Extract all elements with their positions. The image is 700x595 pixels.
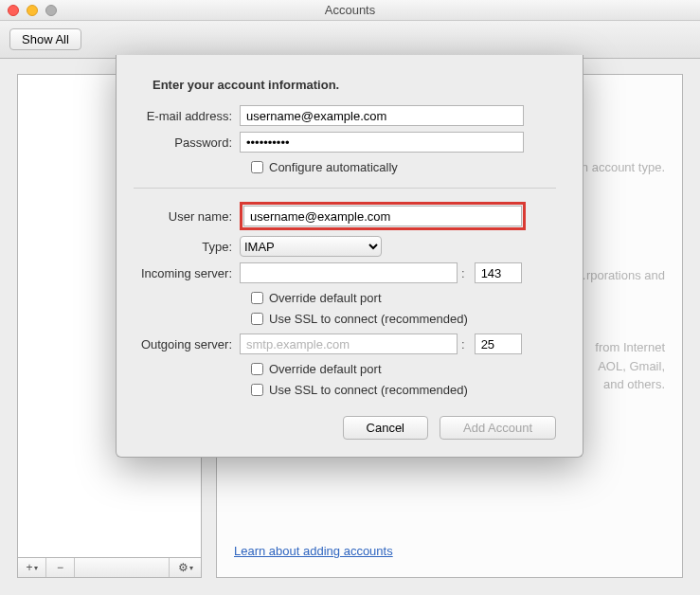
minimize-icon[interactable] xyxy=(27,5,38,16)
remove-account-button[interactable]: − xyxy=(46,558,75,577)
outgoing-override-port-checkbox[interactable] xyxy=(251,363,263,375)
outgoing-ssl-checkbox[interactable] xyxy=(251,384,263,396)
bg-text: from Internet xyxy=(595,338,665,357)
bg-text: AOL, Gmail, xyxy=(595,357,665,376)
username-field[interactable] xyxy=(243,206,522,226)
add-account-button[interactable]: +▾ xyxy=(18,558,46,577)
configure-auto-checkbox[interactable] xyxy=(251,161,263,173)
cancel-button[interactable]: Cancel xyxy=(343,416,428,440)
password-field[interactable] xyxy=(240,132,524,153)
titlebar: Accounts xyxy=(0,0,700,21)
email-label: E-mail address: xyxy=(134,109,240,123)
show-all-button[interactable]: Show All xyxy=(9,28,81,50)
password-label: Password: xyxy=(134,135,240,150)
use-ssl-label: Use SSL to connect (recommended) xyxy=(269,312,468,326)
email-field[interactable] xyxy=(240,105,524,126)
close-icon[interactable] xyxy=(8,5,19,16)
incoming-ssl-checkbox[interactable] xyxy=(251,313,263,325)
outgoing-server-field[interactable] xyxy=(240,334,458,354)
colon: : xyxy=(461,337,465,352)
bg-text: …rporations and xyxy=(574,268,665,282)
learn-link[interactable]: Learn about adding accounts xyxy=(234,544,393,558)
sheet-heading: Enter your account information. xyxy=(153,78,556,92)
override-port-label: Override default port xyxy=(269,291,382,305)
incoming-server-field[interactable] xyxy=(240,262,458,283)
gear-icon: ⚙ xyxy=(178,561,188,574)
accounts-list-footer: +▾ − ⚙▾ xyxy=(17,557,202,578)
bg-text: and others. xyxy=(595,375,665,394)
outgoing-label: Outgoing server: xyxy=(134,337,240,352)
account-options-button[interactable]: ⚙▾ xyxy=(169,558,201,577)
override-port-label: Override default port xyxy=(269,362,382,376)
outgoing-port-field[interactable] xyxy=(475,334,522,354)
username-label: User name: xyxy=(134,209,240,224)
configure-auto-label: Configure automatically xyxy=(269,160,398,174)
username-highlight xyxy=(240,202,526,230)
type-label: Type: xyxy=(134,240,240,254)
zoom-icon[interactable] xyxy=(45,5,57,16)
use-ssl-label: Use SSL to connect (recommended) xyxy=(269,383,468,397)
window-title: Accounts xyxy=(0,3,700,17)
incoming-override-port-checkbox[interactable] xyxy=(251,292,263,304)
incoming-port-field[interactable] xyxy=(475,262,522,283)
divider xyxy=(134,188,556,189)
colon: : xyxy=(461,266,465,280)
chevron-down-icon: ▾ xyxy=(34,564,38,572)
toolbar: Show All xyxy=(0,21,700,59)
add-account-sheet: Enter your account information. E-mail a… xyxy=(116,55,583,458)
window-controls xyxy=(8,5,57,16)
type-select[interactable]: IMAP xyxy=(240,236,382,257)
plus-icon: + xyxy=(26,561,32,574)
add-account-button[interactable]: Add Account xyxy=(440,416,556,440)
chevron-down-icon: ▾ xyxy=(189,564,193,572)
incoming-label: Incoming server: xyxy=(134,266,240,280)
